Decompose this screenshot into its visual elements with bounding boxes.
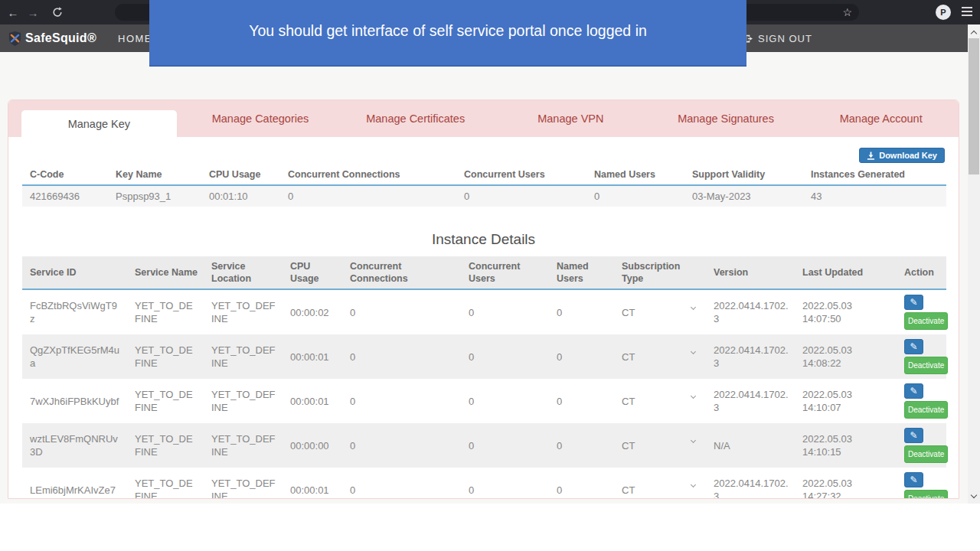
key-name-value: Psppsp93_1 [108, 185, 201, 207]
named-users-cell: 0 [549, 334, 614, 379]
deactivate-button[interactable]: Deactivate [904, 312, 948, 330]
tab-manage-signatures[interactable]: Manage Signatures [648, 100, 804, 137]
service-location-cell: YET_TO_DEFINE [204, 334, 283, 379]
service-name-cell: YET_TO_DEFINE [127, 423, 204, 468]
last-updated-cell: 2022.05.03 14:08:22 [795, 334, 897, 379]
service-id-cell: wztLEV8FmQNRUv3D [22, 423, 127, 468]
concurrent-users-cell: 0 [461, 379, 549, 423]
edit-button[interactable]: ✎ [904, 428, 923, 443]
reload-icon[interactable] [47, 7, 67, 18]
subscription-type-cell: CT [614, 289, 706, 334]
action-cell: ✎ Deactivate [897, 379, 946, 423]
service-id-cell: 7wXJh6iFPBkKUybf [22, 379, 127, 423]
deactivate-button[interactable]: Deactivate [904, 445, 948, 463]
col-subscription-type: Subscription Type [614, 256, 706, 289]
deactivate-button[interactable]: Deactivate [904, 490, 948, 499]
tab-manage-key[interactable]: Manage Key [21, 110, 177, 137]
back-icon[interactable]: ← [3, 6, 23, 19]
last-updated-cell: 2022.05.03 14:10:07 [795, 379, 897, 423]
action-cell: ✎ Deactivate [897, 468, 946, 499]
chevron-down-icon[interactable] [691, 393, 696, 399]
col-service-location: Service Location [204, 256, 283, 289]
pencil-icon: ✎ [910, 341, 917, 354]
named-users-cell: 0 [549, 379, 614, 423]
edit-button[interactable]: ✎ [904, 339, 923, 354]
edit-button[interactable]: ✎ [904, 383, 923, 399]
tab-manage-account[interactable]: Manage Account [803, 100, 959, 137]
chevron-down-icon[interactable] [691, 438, 696, 443]
annotation-banner: You should get interface of self service… [149, 0, 746, 67]
forward-icon[interactable]: → [23, 6, 43, 19]
col-concurrent-users: Concurrent Users [456, 166, 586, 185]
col-last-updated: Last Updated [795, 256, 897, 289]
browser-menu-icon[interactable] [962, 7, 972, 18]
service-location-cell: YET_TO_DEFINE [204, 423, 283, 468]
sign-out-button[interactable]: SIGN OUT [744, 33, 812, 44]
edit-button[interactable]: ✎ [904, 472, 923, 487]
annotation-text: You should get interface of self service… [249, 22, 647, 39]
service-id-cell: QgZXpTfKEG5rM4ua [22, 334, 127, 379]
service-name-cell: YET_TO_DEFINE [127, 289, 204, 334]
chevron-down-icon[interactable] [691, 482, 696, 487]
action-cell: ✎ Deactivate [897, 334, 946, 379]
edit-button[interactable]: ✎ [904, 295, 923, 310]
concurrent-connections-cell: 0 [342, 468, 461, 499]
deactivate-button[interactable]: Deactivate [904, 401, 948, 419]
vertical-scrollbar[interactable] [968, 24, 980, 504]
instances-generated-value: 43 [803, 185, 946, 207]
service-location-cell: YET_TO_DEFINE [204, 379, 283, 423]
action-cell: ✎ Deactivate [897, 289, 946, 334]
deactivate-button[interactable]: Deactivate [904, 357, 948, 374]
col-action: Action [897, 256, 946, 289]
cpu-usage-cell: 00:00:01 [283, 379, 342, 423]
portal-panel: Manage Key Manage Categories Manage Cert… [8, 99, 959, 499]
subscription-type-cell: CT [614, 379, 706, 423]
service-id-cell: FcBZtbRQsViWgT9z [22, 289, 127, 334]
named-users-cell: 0 [549, 468, 614, 499]
col-key-name: Key Name [108, 166, 201, 185]
cpu-usage-value: 00:01:10 [201, 185, 280, 207]
download-icon [867, 152, 875, 160]
service-location-cell: YET_TO_DEFINE [204, 468, 283, 499]
tab-manage-certificates[interactable]: Manage Certificates [338, 100, 493, 137]
named-users-value: 0 [586, 185, 684, 207]
instance-details-title: Instance Details [22, 231, 945, 248]
support-validity-value: 03-May-2023 [684, 185, 803, 207]
concurrent-connections-cell: 0 [342, 289, 461, 334]
col-concurrent-connections: Concurrent Connections [280, 166, 456, 185]
download-key-button[interactable]: Download Key [859, 148, 945, 163]
version-cell: 2022.0414.1702.3 [706, 379, 795, 423]
col-service-name: Service Name [127, 256, 204, 289]
screen: ← → ☆ P SafeSquid® HOME SIGN OUT [0, 0, 980, 551]
instance-row: QgZXpTfKEG5rM4ua YET_TO_DEFINE YET_TO_DE… [22, 334, 946, 379]
pencil-icon: ✎ [910, 474, 917, 487]
version-cell: 2022.0414.1702.3 [706, 289, 795, 334]
chevron-down-icon[interactable] [691, 349, 696, 354]
pencil-icon: ✎ [910, 429, 917, 442]
key-table-row: 421669436 Psppsp93_1 00:01:10 0 0 0 03-M… [22, 185, 946, 207]
version-cell: 2022.0414.1702.3 [706, 468, 795, 499]
col-c-code: C-Code [22, 166, 108, 185]
concurrent-users-cell: 0 [461, 334, 549, 379]
service-id-cell: LEmi6bjMrKAIvZe7 [22, 468, 127, 499]
brand-shield-icon [8, 31, 22, 47]
scrollbar-thumb[interactable] [969, 38, 979, 174]
scroll-down-icon[interactable] [968, 490, 980, 502]
chevron-down-icon[interactable] [691, 305, 696, 310]
tab-manage-categories[interactable]: Manage Categories [183, 100, 338, 137]
instance-row: FcBZtbRQsViWgT9z YET_TO_DEFINE YET_TO_DE… [22, 289, 946, 334]
tab-manage-vpn[interactable]: Manage VPN [493, 100, 648, 137]
version-cell: 2022.0414.1702.3 [706, 334, 795, 379]
bookmark-star-icon[interactable]: ☆ [842, 7, 852, 18]
browser-profile-avatar[interactable]: P [936, 5, 951, 20]
concurrent-connections-cell: 0 [342, 334, 461, 379]
key-summary-table: C-Code Key Name CPU Usage Concurrent Con… [22, 166, 946, 207]
sign-out-label: SIGN OUT [758, 33, 812, 44]
service-name-cell: YET_TO_DEFINE [127, 379, 204, 423]
subscription-type-cell: CT [614, 423, 706, 468]
scroll-up-icon[interactable] [968, 26, 980, 38]
instance-row: wztLEV8FmQNRUv3D YET_TO_DEFINE YET_TO_DE… [22, 423, 946, 468]
safesquid-logo[interactable]: SafeSquid® [8, 31, 96, 47]
nav-home-link[interactable]: HOME [118, 33, 152, 44]
instance-row: 7wXJh6iFPBkKUybf YET_TO_DEFINE YET_TO_DE… [22, 379, 946, 423]
